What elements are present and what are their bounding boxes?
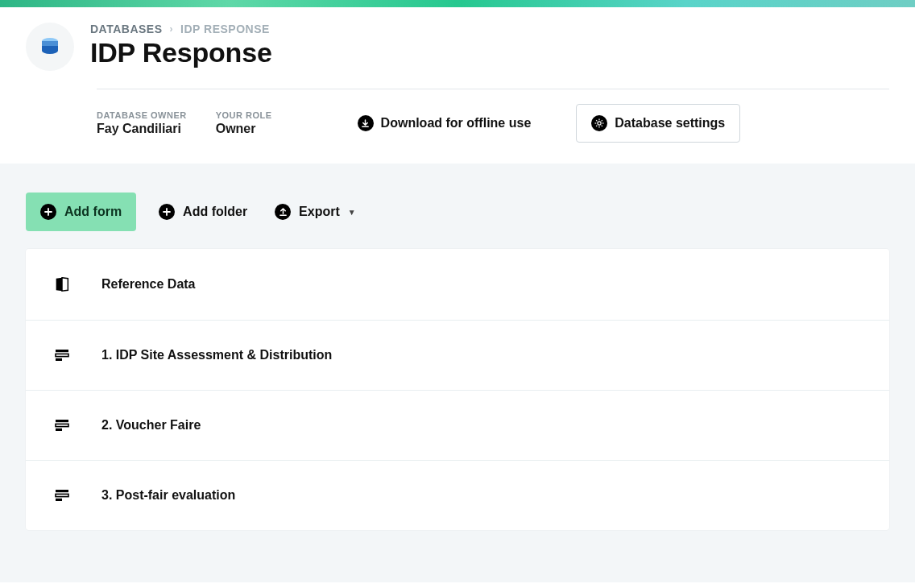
svg-line-9 xyxy=(596,126,597,126)
svg-rect-17 xyxy=(56,494,68,496)
export-button[interactable]: Export ▼ xyxy=(270,194,361,230)
item-list: Reference Data 1. IDP Site Assessment & … xyxy=(26,249,889,530)
list-item-form[interactable]: 3. Post-fair evaluation xyxy=(26,461,889,530)
title-row: DATABASES › IDP RESPONSE IDP Response xyxy=(26,23,889,71)
add-folder-button[interactable]: Add folder xyxy=(154,194,252,230)
gear-icon xyxy=(591,115,607,131)
export-label: Export xyxy=(299,205,340,219)
breadcrumb: DATABASES › IDP RESPONSE xyxy=(90,23,889,35)
role-value: Owner xyxy=(216,122,272,136)
toolbar: Add form Add folder Export ▼ xyxy=(26,193,889,231)
item-label: 1. IDP Site Assessment & Distribution xyxy=(101,348,332,362)
breadcrumb-current: IDP RESPONSE xyxy=(180,23,270,35)
role-block: YOUR ROLE Owner xyxy=(216,110,272,136)
folder-icon xyxy=(53,275,71,293)
meta-row: DATABASE OWNER Fay Candiliari YOUR ROLE … xyxy=(97,89,889,164)
breadcrumb-root[interactable]: DATABASES xyxy=(90,23,163,35)
chevron-right-icon: › xyxy=(170,23,174,35)
form-icon xyxy=(53,347,71,363)
svg-line-7 xyxy=(602,126,602,126)
title-content: DATABASES › IDP RESPONSE IDP Response xyxy=(90,23,889,68)
svg-rect-15 xyxy=(56,429,62,431)
list-item-form[interactable]: 1. IDP Site Assessment & Distribution xyxy=(26,321,889,391)
plus-icon xyxy=(40,204,56,220)
download-offline-button[interactable]: Download for offline use xyxy=(358,115,532,131)
svg-rect-10 xyxy=(56,350,68,352)
item-label: 2. Voucher Faire xyxy=(101,418,201,433)
export-icon xyxy=(275,204,291,220)
form-icon xyxy=(53,417,71,433)
svg-rect-12 xyxy=(56,358,62,361)
database-icon xyxy=(26,23,74,71)
svg-rect-13 xyxy=(56,420,68,422)
svg-point-1 xyxy=(598,122,601,125)
page-title: IDP Response xyxy=(90,37,889,68)
content-area: Add form Add folder Export ▼ Reference D… xyxy=(0,164,915,582)
plus-icon xyxy=(159,204,175,220)
owner-label: DATABASE OWNER xyxy=(97,110,187,120)
header: DATABASES › IDP RESPONSE IDP Response DA… xyxy=(0,7,915,164)
chevron-down-icon: ▼ xyxy=(348,208,356,217)
svg-rect-14 xyxy=(56,424,68,426)
svg-rect-16 xyxy=(56,490,68,492)
download-icon xyxy=(358,115,374,131)
svg-rect-11 xyxy=(56,354,68,356)
add-form-label: Add form xyxy=(64,205,122,219)
form-icon xyxy=(53,487,71,503)
list-item-form[interactable]: 2. Voucher Faire xyxy=(26,391,889,461)
svg-rect-18 xyxy=(56,499,62,501)
database-settings-button[interactable]: Database settings xyxy=(576,104,740,143)
owner-block: DATABASE OWNER Fay Candiliari xyxy=(97,110,187,136)
top-gradient-bar xyxy=(0,0,915,7)
settings-label: Database settings xyxy=(615,116,725,130)
svg-line-8 xyxy=(602,120,602,121)
svg-line-6 xyxy=(596,120,597,121)
list-item-folder[interactable]: Reference Data xyxy=(26,249,889,321)
item-label: 3. Post-fair evaluation xyxy=(101,488,235,503)
item-label: Reference Data xyxy=(101,277,196,292)
add-form-button[interactable]: Add form xyxy=(26,193,136,231)
owner-value: Fay Candiliari xyxy=(97,122,187,136)
download-label: Download for offline use xyxy=(381,116,532,130)
role-label: YOUR ROLE xyxy=(216,110,272,120)
add-folder-label: Add folder xyxy=(183,205,247,219)
